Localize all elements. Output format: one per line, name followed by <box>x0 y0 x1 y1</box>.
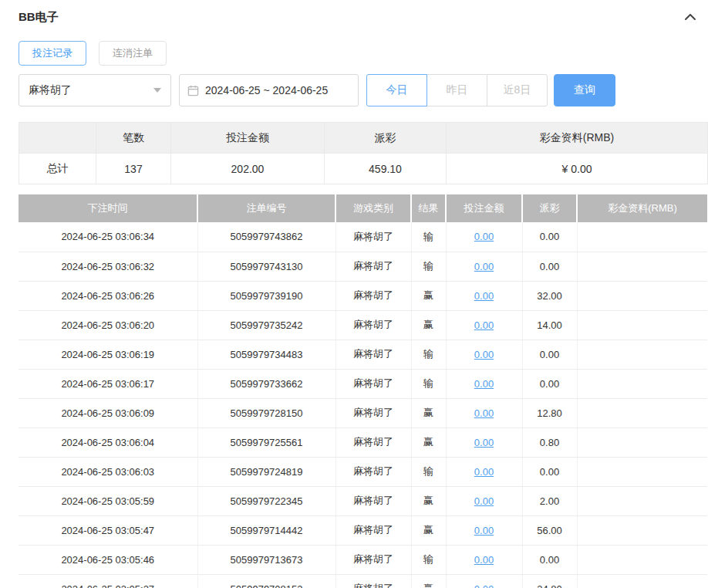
table-row: 2024-06-25 03:06:195059979734483麻将胡了输0.0… <box>19 340 707 369</box>
bet-amount-link[interactable]: 0.00 <box>474 495 494 507</box>
tab-bar: 投注记录 连消注单 <box>19 41 707 66</box>
jackpot-cell <box>577 369 707 398</box>
summary-count-value: 137 <box>96 154 171 184</box>
last-8-days-button[interactable]: 近8日 <box>487 74 548 106</box>
bet-amount-cell: 0.00 <box>446 252 522 281</box>
game-type-cell: 麻将胡了 <box>335 545 411 574</box>
bet-amount-link[interactable]: 0.00 <box>474 583 494 588</box>
jackpot-cell <box>577 574 707 588</box>
table-row: 2024-06-25 03:06:265059979739190麻将胡了赢0.0… <box>19 281 707 310</box>
bet-time-cell: 2024-06-25 03:05:47 <box>19 515 197 545</box>
bet-amount-link[interactable]: 0.00 <box>474 290 494 302</box>
summary-table: 笔数 投注金额 派彩 彩金资料(RMB) 总计 137 202.00 459.1… <box>19 122 708 184</box>
filter-bar: 麻将胡了 2024-06-25 ~ 2024-06-25 今日 昨日 近8日 查… <box>19 74 707 106</box>
bet-amount-link[interactable]: 0.00 <box>474 437 494 448</box>
summary-total-row: 总计 137 202.00 459.10 ¥ 0.00 <box>19 154 708 184</box>
result-cell: 赢 <box>411 427 446 457</box>
result-cell: 赢 <box>411 398 446 427</box>
summary-header-payout: 派彩 <box>325 123 447 154</box>
table-row: 2024-06-25 03:06:345059979743862麻将胡了输0.0… <box>19 222 707 252</box>
jackpot-cell <box>577 545 707 574</box>
order-number-cell: 5059979713673 <box>197 545 335 574</box>
calendar-icon <box>187 85 199 96</box>
order-number-cell: 5059979724819 <box>197 457 335 486</box>
game-type-cell: 麻将胡了 <box>335 222 411 252</box>
game-type-cell: 麻将胡了 <box>335 486 411 515</box>
payout-cell: 0.00 <box>522 252 577 281</box>
date-range-value: 2024-06-25 ~ 2024-06-25 <box>205 84 328 96</box>
game-type-cell: 麻将胡了 <box>335 369 411 398</box>
bet-amount-link[interactable]: 0.00 <box>474 349 494 360</box>
summary-payout-value: 459.10 <box>325 154 447 184</box>
game-type-cell: 麻将胡了 <box>335 427 411 457</box>
records-header-row: 下注时间 注单编号 游戏类别 结果 投注金额 派彩 彩金资料(RMB) <box>19 194 707 222</box>
table-row: 2024-06-25 03:06:325059979743130麻将胡了输0.0… <box>19 252 707 281</box>
bet-amount-cell: 0.00 <box>446 398 522 427</box>
order-number-cell: 5059979739190 <box>197 281 335 310</box>
tab-cancelled-orders[interactable]: 连消注单 <box>99 41 167 66</box>
yesterday-button[interactable]: 昨日 <box>426 74 487 106</box>
summary-jackpot-value: ¥ 0.00 <box>447 154 708 184</box>
bet-amount-link[interactable]: 0.00 <box>474 466 494 478</box>
bet-time-cell: 2024-06-25 03:06:19 <box>19 340 197 369</box>
result-cell: 赢 <box>411 574 446 588</box>
quick-date-buttons: 今日 昨日 近8日 <box>366 74 548 106</box>
order-number-cell: 5059979735242 <box>197 310 335 340</box>
game-type-cell: 麻将胡了 <box>335 398 411 427</box>
records-table: 下注时间 注单编号 游戏类别 结果 投注金额 派彩 彩金资料(RMB) 2024… <box>19 194 707 588</box>
today-button[interactable]: 今日 <box>366 74 427 106</box>
payout-cell: 34.80 <box>522 574 577 588</box>
payout-cell: 0.00 <box>522 222 577 252</box>
bet-amount-link[interactable]: 0.00 <box>474 407 494 419</box>
result-cell: 输 <box>411 252 446 281</box>
bet-amount-cell: 0.00 <box>446 222 522 252</box>
payout-cell: 32.00 <box>522 281 577 310</box>
tab-betting-records[interactable]: 投注记录 <box>19 41 86 66</box>
collapse-panel-button[interactable] <box>684 12 696 22</box>
bet-amount-link[interactable]: 0.00 <box>474 261 494 272</box>
game-type-cell: 麻将胡了 <box>335 340 411 369</box>
panel-header: BB电子 <box>19 9 707 25</box>
payout-cell: 0.00 <box>522 457 577 486</box>
summary-header-count: 笔数 <box>96 123 171 154</box>
chevron-down-icon <box>153 88 161 93</box>
result-cell: 输 <box>411 222 446 252</box>
records-header-payout: 派彩 <box>522 194 577 222</box>
game-select[interactable]: 麻将胡了 <box>19 74 171 106</box>
payout-cell: 0.00 <box>522 369 577 398</box>
jackpot-cell <box>577 222 707 252</box>
result-cell: 输 <box>411 340 446 369</box>
result-cell: 赢 <box>411 486 446 515</box>
order-number-cell: 5059979725561 <box>197 427 335 457</box>
bet-time-cell: 2024-06-25 03:05:46 <box>19 545 197 574</box>
chevron-up-icon <box>684 12 696 22</box>
bet-time-cell: 2024-06-25 03:06:20 <box>19 310 197 340</box>
result-cell: 输 <box>411 369 446 398</box>
summary-total-label: 总计 <box>19 154 96 184</box>
jackpot-cell <box>577 310 707 340</box>
payout-cell: 0.00 <box>522 545 577 574</box>
bet-amount-link[interactable]: 0.00 <box>474 231 494 242</box>
order-number-cell: 5059979733662 <box>197 369 335 398</box>
bet-amount-link[interactable]: 0.00 <box>474 378 494 390</box>
table-row: 2024-06-25 03:06:205059979735242麻将胡了赢0.0… <box>19 310 707 340</box>
search-button[interactable]: 查询 <box>554 74 615 106</box>
jackpot-cell <box>577 398 707 427</box>
result-cell: 输 <box>411 545 446 574</box>
bet-amount-cell: 0.00 <box>446 545 522 574</box>
bet-time-cell: 2024-06-25 03:06:09 <box>19 398 197 427</box>
payout-cell: 0.00 <box>522 340 577 369</box>
bet-amount-link[interactable]: 0.00 <box>474 525 494 536</box>
records-header-order-number: 注单编号 <box>197 194 335 222</box>
jackpot-cell <box>577 340 707 369</box>
table-row: 2024-06-25 03:05:375059979708153麻将胡了赢0.0… <box>19 574 707 588</box>
bet-amount-link[interactable]: 0.00 <box>474 554 494 566</box>
date-range-input[interactable]: 2024-06-25 ~ 2024-06-25 <box>179 74 359 106</box>
result-cell: 赢 <box>411 515 446 545</box>
bet-time-cell: 2024-06-25 03:06:17 <box>19 369 197 398</box>
summary-header-bet-amount: 投注金额 <box>171 123 325 154</box>
bet-amount-link[interactable]: 0.00 <box>474 319 494 331</box>
order-number-cell: 5059979734483 <box>197 340 335 369</box>
jackpot-cell <box>577 515 707 545</box>
table-row: 2024-06-25 03:06:095059979728150麻将胡了赢0.0… <box>19 398 707 427</box>
